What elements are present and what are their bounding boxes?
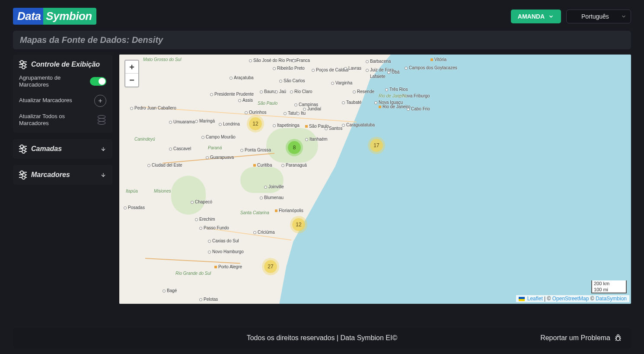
scale-control: 200 km 100 mi	[591, 280, 627, 293]
language-select[interactable]: Português	[566, 10, 631, 23]
city-label: Maringá	[195, 119, 215, 123]
action-label: Atualizar Todos os Marcadores	[19, 113, 84, 127]
leaflet-link[interactable]: Leaflet	[527, 296, 543, 302]
city-label: Resende	[353, 89, 374, 94]
city-label: Rio de Janeiro	[379, 93, 406, 98]
city-label: Mato Grosso do Sul	[143, 57, 181, 62]
city-label: Passo Fundo	[199, 225, 229, 230]
zoom-in-button[interactable]: +	[125, 61, 138, 74]
city-label: Canindeyú	[134, 137, 155, 142]
sliders-icon	[19, 146, 27, 152]
map-canvas[interactable]: + − 200 km 100 mi Leaflet | © OpenStreet…	[119, 55, 631, 304]
city-label: Santa Catarina	[240, 210, 269, 215]
city-label: Curitiba	[253, 163, 272, 167]
panel-layers[interactable]: Camadas	[13, 139, 112, 159]
map-forest	[171, 176, 206, 215]
city-label: Londrina	[219, 122, 240, 126]
city-label: São Carlos	[279, 78, 305, 83]
city-label: Misiones	[154, 189, 171, 193]
city-label: Rio de Janeiro	[379, 104, 410, 109]
city-label: São Paulo	[258, 101, 277, 106]
svg-rect-0	[616, 337, 620, 341]
panel-display-control: Controle de Exibição Agrupamento de Marc…	[13, 55, 112, 133]
city-label: Caraguatatuba	[342, 122, 375, 127]
city-label: Itapúa	[126, 189, 138, 193]
city-label: Taubaté	[342, 100, 362, 105]
toggle-label: Agrupamento de Marcadores	[19, 74, 84, 89]
city-label: Pelotas	[199, 297, 218, 302]
city-label: Bagé	[163, 288, 177, 293]
report-label: Reportar um Problema	[540, 334, 610, 342]
chevron-down-icon	[100, 146, 106, 152]
city-label: Araçatuba	[230, 75, 254, 80]
city-label: Erechim	[195, 217, 215, 222]
city-label: Bauru	[260, 89, 276, 94]
marker-cluster[interactable]: 8	[288, 141, 301, 154]
footer: Todos os direitos reservados | Data Symb…	[13, 328, 631, 348]
osm-link[interactable]: OpenStreetMap	[552, 296, 589, 302]
user-label: AMANDA	[518, 13, 545, 20]
report-problem-button[interactable]: Reportar um Problema	[540, 334, 622, 342]
city-label: Barbacena	[366, 59, 391, 64]
panel-title: Camadas	[31, 145, 62, 153]
panel-title: Marcadores	[31, 171, 70, 179]
refresh-markers-button[interactable]	[94, 95, 106, 107]
city-label: Jaú	[275, 89, 286, 94]
city-label: Assis	[238, 98, 253, 103]
city-label: Cascavel	[169, 146, 191, 151]
city-label: Campo Mourão	[201, 135, 236, 139]
city-label: Florianópolis	[275, 208, 303, 213]
city-label: Poços de Caldas	[312, 68, 349, 72]
city-label: Franca	[292, 58, 310, 63]
city-label: Chapecó	[191, 200, 212, 204]
city-label: Cabo Frio	[407, 106, 430, 111]
city-label: Porto Alegre	[214, 264, 242, 269]
city-label: Umuarama	[169, 119, 194, 124]
plus-icon	[97, 98, 103, 104]
refresh-all-markers-button[interactable]	[97, 115, 106, 125]
sliders-icon	[19, 172, 27, 178]
city-label: Presidente Prudente	[210, 92, 254, 97]
city-label: Blumenau	[260, 195, 284, 200]
city-label: Rio Claro	[290, 89, 312, 94]
logo-part-2: Symbion	[43, 8, 96, 25]
marker-cluster[interactable]: 17	[370, 139, 383, 152]
city-label: Três Rios	[385, 87, 408, 92]
city-label: São José do Rio Preto	[249, 58, 296, 63]
scale-mi: 100 mi	[591, 286, 627, 293]
city-label: Campos dos Goytacazes	[405, 65, 457, 70]
city-label: Vitória	[430, 57, 446, 62]
city-label: Novo Hamburgo	[208, 249, 244, 254]
city-label: Lafaiete	[370, 74, 386, 79]
city-label: Criciúma	[253, 230, 274, 235]
user-menu-button[interactable]: AMANDA	[511, 10, 561, 23]
bug-icon	[614, 334, 622, 342]
zoom-out-button[interactable]: −	[125, 74, 138, 87]
datasymbion-link[interactable]: DataSymbion	[596, 296, 627, 302]
city-label: Tatuí	[284, 111, 297, 116]
action-label: Atualizar Marcadores	[19, 97, 72, 104]
marker-cluster[interactable]: 12	[292, 218, 305, 231]
marker-cluster[interactable]: 27	[264, 260, 277, 273]
logo[interactable]: Data Symbion	[13, 8, 96, 25]
city-label: Jundiaí	[303, 106, 321, 111]
map-attribution: Leaflet | © OpenStreetMap © DataSymbion	[516, 295, 629, 302]
chevron-down-icon	[100, 172, 106, 178]
city-label: Ourinhos	[245, 110, 267, 115]
city-label: Paraná	[208, 145, 222, 150]
city-label: Itapetininga	[273, 123, 300, 128]
flag-ua-icon	[519, 297, 525, 301]
city-label: Joinville	[264, 184, 284, 189]
copyright-text: Todos os direitos reservados | Data Symb…	[247, 334, 398, 342]
panel-markers[interactable]: Marcadores	[13, 165, 112, 185]
city-label: Ciudad del Este	[147, 163, 182, 167]
city-label: Rio Grande do Sul	[175, 271, 211, 276]
sliders-icon	[19, 61, 27, 68]
city-label: Itu	[296, 111, 306, 116]
marker-clustering-toggle[interactable]	[90, 77, 106, 86]
marker-cluster[interactable]: 12	[249, 117, 262, 130]
panel-title: Controle de Exibição	[31, 61, 100, 68]
city-label: Santos	[325, 126, 342, 131]
city-label: Paranaguá	[281, 163, 307, 167]
city-label: Ponta Grossa	[240, 148, 271, 152]
